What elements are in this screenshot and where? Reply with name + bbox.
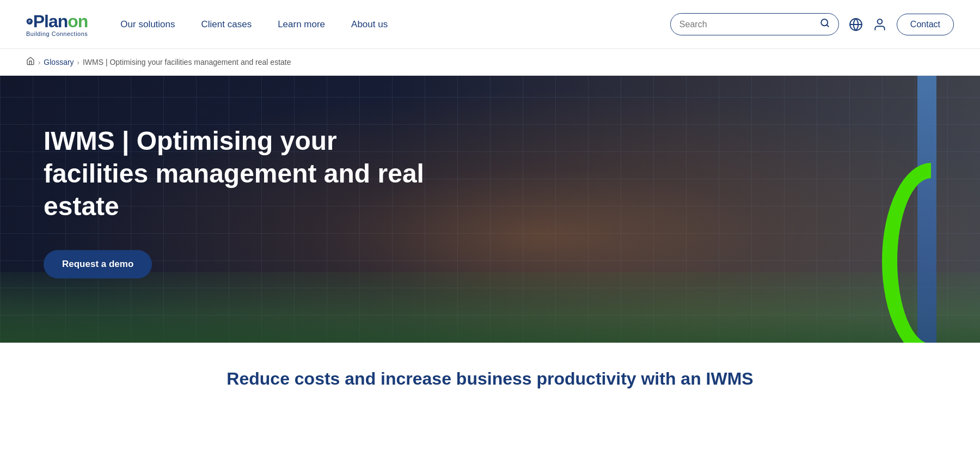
logo-icon: P <box>26 18 33 25</box>
nav-learn-more[interactable]: Learn more <box>278 19 325 30</box>
svg-point-6 <box>878 19 883 24</box>
site-header: P Planon Building Connections Our soluti… <box>0 0 980 49</box>
breadcrumb-home-icon[interactable] <box>26 57 35 68</box>
svg-line-3 <box>826 25 828 26</box>
logo-plan-text: Plan <box>33 11 68 32</box>
hero-title: IWMS | Optimising your facilities manage… <box>44 125 425 223</box>
search-input[interactable] <box>679 20 820 29</box>
breadcrumb-glossary[interactable]: Glossary <box>44 58 74 66</box>
nav-client-cases[interactable]: Client cases <box>201 19 252 30</box>
globe-icon[interactable] <box>849 17 863 32</box>
below-hero-title: Reduce costs and increase business produ… <box>26 369 954 389</box>
breadcrumb-current-page: IWMS | Optimising your facilities manage… <box>83 58 291 66</box>
nav-about-us[interactable]: About us <box>351 19 388 30</box>
hero-section: IWMS | Optimising your facilities manage… <box>0 76 980 343</box>
nav-our-solutions[interactable]: Our solutions <box>120 19 175 30</box>
header-actions: Contact <box>670 13 954 35</box>
below-hero-section: Reduce costs and increase business produ… <box>0 343 980 389</box>
svg-text:P: P <box>28 20 30 23</box>
logo[interactable]: P Planon Building Connections <box>26 11 88 37</box>
breadcrumb: › Glossary › IWMS | Optimising your faci… <box>0 49 980 76</box>
user-icon[interactable] <box>873 17 887 32</box>
request-demo-button[interactable]: Request a demo <box>44 250 152 278</box>
breadcrumb-sep-2: › <box>77 58 79 66</box>
logo-subtitle: Building Connections <box>26 31 88 37</box>
main-nav: Our solutions Client cases Learn more Ab… <box>120 19 670 30</box>
search-icon[interactable] <box>820 18 830 31</box>
hero-content: IWMS | Optimising your facilities manage… <box>0 76 980 327</box>
logo-on-text: on <box>68 11 88 32</box>
search-box[interactable] <box>670 13 839 35</box>
contact-button[interactable]: Contact <box>897 14 954 35</box>
breadcrumb-sep-1: › <box>38 58 40 66</box>
